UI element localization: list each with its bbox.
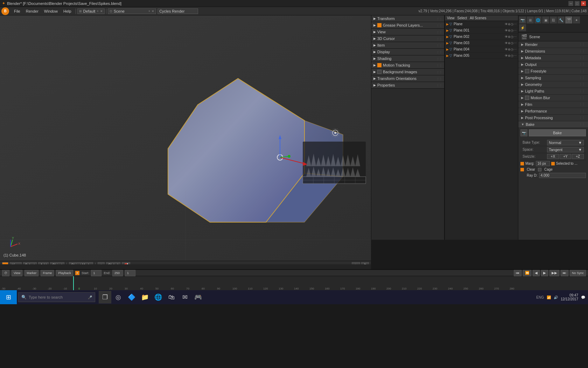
section-motion-blur[interactable]: ▶ Motion Blur ⋮⋮ [518,95,588,101]
swizzle-x[interactable]: +X [547,154,559,159]
outliner-tab-select[interactable]: Select [457,16,467,20]
timeline-playback-btn[interactable]: Playback [56,270,73,276]
panel-header-bg-images[interactable]: ▶ Background Images ⋮⋮ [371,69,444,75]
section-freestyle[interactable]: ▶ Freestyle ⋮⋮ [518,68,588,75]
prop-icon-modifiers[interactable]: 🔧 [558,16,565,23]
eye-icon-plane[interactable]: 👁 [505,22,508,26]
prop-icon-constraints[interactable]: ⛓ [550,16,557,23]
bake-icon[interactable]: 📷 [520,129,527,136]
3d-viewport[interactable]: User Persp [0,15,371,261]
prev-keyframe-btn[interactable]: ⏪ [523,270,531,276]
outliner-row-plane003[interactable]: ▶ ▽ Plane.003 👁 ⊕ ◷ ⋯ [445,40,518,46]
start-frame[interactable]: 1 [91,270,102,276]
clear-check[interactable] [520,168,524,171]
start-button[interactable]: ⊞ [0,290,17,304]
current-frame[interactable]: 1 [125,270,135,276]
outliner-row-plane001[interactable]: ▶ ▽ Plane.001 👁 ⊕ ◷ ⋯ [445,27,518,34]
jump-start-btn[interactable]: ⏮ [514,270,522,276]
play-btn[interactable]: ▶ [541,270,548,276]
timeline-frame-btn[interactable]: Frame [41,270,54,276]
panel-header-transform-orientations[interactable]: ▶ Transform Orientations ⋮⋮ [371,75,444,82]
section-geometry[interactable]: ▶ Geometry ⋮⋮ [518,81,588,88]
bake-space-dropdown[interactable]: Tangent ▼ [547,147,584,152]
outliner-row-plane004[interactable]: ▶ ▽ Plane.004 👁 ⊕ ◷ ⋯ [445,46,518,53]
panel-header-display[interactable]: ▶ Display ⋮⋮ [371,49,444,55]
menu-help[interactable]: Help [61,8,74,14]
outliner-tab-view[interactable]: View [447,16,455,20]
render-icon-plane004[interactable]: ◷ [511,48,513,51]
render-icon-plane001[interactable]: ◷ [511,29,513,32]
section-post-processing[interactable]: ▶ Post Processing ⋮⋮ [518,115,588,121]
panel-header-view[interactable]: ▶ View ⋮⋮ [371,29,444,35]
prop-icon-particles[interactable]: ✦ [573,16,580,23]
epic-icon[interactable]: 🎮 [192,291,204,304]
lock-icon-plane003[interactable]: ⋯ [513,41,517,45]
menu-window[interactable]: Window [41,8,61,14]
ray-d-value[interactable]: 4.000 [539,173,586,178]
prop-icon-object[interactable]: ▣ [542,16,549,23]
prop-icon-render[interactable]: 📷 [519,16,526,23]
prev-frame-btn[interactable]: ◀ [533,270,540,276]
end-frame[interactable]: 250 [112,270,123,276]
panel-header-grease-pencil[interactable]: ▶ Grease Pencil Layers... ⋮⋮ [371,22,444,28]
section-metadata[interactable]: ▶ Metadata ⋮⋮ [518,55,588,61]
eye-icon-plane001[interactable]: 👁 [505,29,508,32]
panel-header-properties[interactable]: ▶ Properties ⋮⋮ [371,82,444,88]
lock-icon-plane[interactable]: ⋯ [513,22,517,26]
timeline-icon[interactable]: ⏱ [2,270,9,276]
panel-header-3d-cursor[interactable]: ▶ 3D Cursor ⋮⋮ [371,35,444,42]
section-film[interactable]: ▶ Film ⋮⋮ [518,101,588,108]
scene-selector[interactable]: ⊡ Scene + ✕ [108,8,156,14]
section-output[interactable]: ▶ Output ⋮⋮ [518,61,588,68]
workspace-selector[interactable]: ⊞ Default + ✕ [77,8,105,14]
menu-render[interactable]: Render [23,8,41,14]
render-icon-plane002[interactable]: ◷ [511,35,513,39]
cursor-icon-plane003[interactable]: ⊕ [508,41,511,45]
section-bake[interactable]: ▼ Bake ⋮⋮ [518,121,588,128]
swizzle-z[interactable]: +Z [572,154,584,159]
eye-icon-plane002[interactable]: 👁 [505,35,508,39]
panel-header-shading[interactable]: ▶ Shading ⋮⋮ [371,55,444,62]
panel-header-motion-tracking[interactable]: ▶ Motion Tracking ⋮⋮ [371,62,444,68]
render-icon-plane003[interactable]: ◷ [511,41,513,45]
prop-icon-physics[interactable]: ⚡ [519,24,526,31]
blender-taskbar-icon[interactable]: 🔷 [125,291,138,304]
lock-icon-plane004[interactable]: ⋯ [513,48,517,51]
bake-button[interactable]: Bake [529,129,586,136]
cortana-icon[interactable]: ◎ [112,291,125,304]
prop-icon-scene[interactable]: 🎬 [565,16,572,23]
timeline-view-btn[interactable]: View [12,270,22,276]
maximize-button[interactable]: □ [575,1,580,6]
outliner-row-plane005[interactable]: ▶ ▽ Plane.005 👁 ⊕ ◷ ⋯ [445,53,518,59]
record-btn[interactable]: ● [75,271,79,275]
section-render[interactable]: ▶ Render ⋮⋮ [518,41,588,48]
render-icon-plane005[interactable]: ◷ [511,54,513,57]
outliner-tab-all-scenes[interactable]: All Scenes [470,16,486,20]
cursor-icon-plane001[interactable]: ⊕ [508,29,511,32]
eye-icon-plane003[interactable]: 👁 [505,41,508,45]
close-button[interactable]: ✕ [581,1,586,6]
section-dimensions[interactable]: ▶ Dimensions ⋮⋮ [518,48,588,55]
store-icon[interactable]: 🛍 [165,291,178,304]
next-frame-btn[interactable]: ▶▶ [550,270,559,276]
cursor-icon-plane004[interactable]: ⊕ [508,48,511,51]
section-performance[interactable]: ▶ Performance ⋮⋮ [518,108,588,115]
file-manager-icon[interactable]: 📁 [139,291,151,304]
margin-check[interactable] [520,162,524,165]
lock-icon-plane005[interactable]: ⋯ [513,54,517,57]
mail-icon[interactable]: ✉ [178,291,191,304]
selected-to-check[interactable] [551,162,555,165]
menu-file[interactable]: File [11,8,23,14]
section-light-paths[interactable]: ▶ Light Paths ⋮⋮ [518,88,588,95]
prop-icon-world[interactable]: 🌐 [534,16,541,23]
browser-icon[interactable]: 🌐 [152,291,164,304]
swizzle-y[interactable]: +Y [560,154,572,159]
cage-check[interactable] [538,168,541,171]
taskview-btn[interactable]: ❐ [99,291,111,304]
prop-icon-layers[interactable]: ⊞ [527,16,534,23]
panel-header-item[interactable]: ▶ Item ⋮⋮ [371,42,444,48]
lock-icon-plane002[interactable]: ⋯ [513,35,517,39]
bake-type-dropdown[interactable]: Normal ▼ [547,140,584,145]
sync-mode[interactable]: No Sync [570,270,586,276]
taskbar-search[interactable]: 🔍 Type here to search 🎤 [18,292,95,302]
